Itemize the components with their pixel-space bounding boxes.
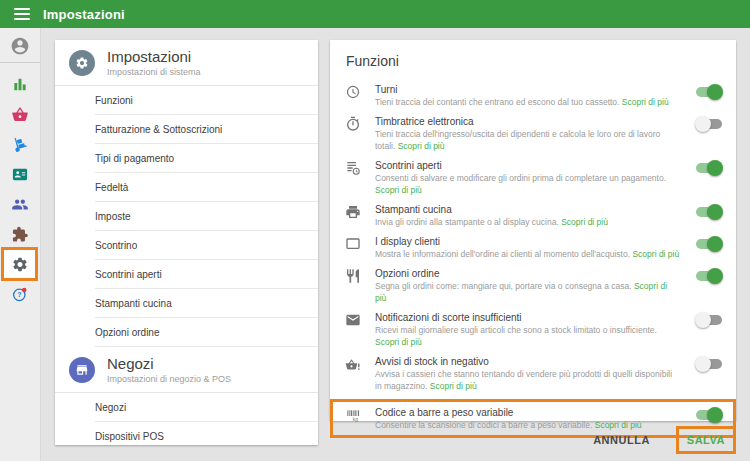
menu-item-opzioni-ordine[interactable]: Opzioni ordine <box>55 318 318 347</box>
toggle-off[interactable] <box>696 315 722 325</box>
cancel-button[interactable]: ANNULLA <box>587 433 656 447</box>
learn-more-link[interactable]: Scopri di più <box>622 97 669 107</box>
menu-section-subtitle: Impostazioni di sistema <box>107 67 201 77</box>
feature-title: Timbratrice elettronica <box>375 115 680 128</box>
menu-item-fatturazione-sottoscrizioni[interactable]: Fatturazione & Sottoscrizioni <box>55 115 318 144</box>
learn-more-link[interactable]: Scopri di più <box>398 141 445 151</box>
menu-section-title: Impostazioni <box>107 48 201 65</box>
feature-title: Opzioni ordine <box>375 267 680 280</box>
feature-title: Notificazioni di scorte insufficienti <box>375 311 680 324</box>
toggle-knob <box>695 312 711 328</box>
toggle-on[interactable] <box>696 271 722 281</box>
feature-description: Avvisa i cassieri che stanno tentando di… <box>375 368 680 392</box>
feature-title: Scontrini aperti <box>375 159 680 172</box>
menu-item-stampanti-cucina[interactable]: Stampanti cucina <box>55 289 318 318</box>
menu-item-dispositivi-pos[interactable]: Dispositivi POS <box>55 422 318 451</box>
sidebar-item-help-icon[interactable]: ? <box>12 286 29 303</box>
open-receipts-icon <box>345 160 362 176</box>
menu-section: NegoziImpostazioni di negozio & POSNegoz… <box>55 347 318 451</box>
feature-text: Avvisi di stock in negativoAvvisa i cass… <box>375 355 696 392</box>
hamburger-menu-icon[interactable] <box>14 8 30 20</box>
feature-row: Stampanti cucinaInvia gli ordini alla st… <box>330 203 736 228</box>
menu-item-funzioni[interactable]: Funzioni <box>55 86 318 115</box>
learn-more-link[interactable]: Scopri di più <box>375 185 422 195</box>
menu-section-header: NegoziImpostazioni di negozio & POS <box>55 347 318 393</box>
toggle-on[interactable] <box>696 207 722 217</box>
feature-row: I display clientiMostra le informazioni … <box>330 235 736 260</box>
feature-description-text: Consenti di salvare e modificare gli ord… <box>375 173 666 183</box>
customer-display-icon <box>345 236 362 252</box>
sidebar-item-account-icon[interactable] <box>10 36 30 56</box>
feature-description: Ricevi mail giornaliere sugli articoli c… <box>375 324 680 348</box>
menu-item-imposte[interactable]: Imposte <box>55 202 318 231</box>
feature-text: Scontrini apertiConsenti di salvare e mo… <box>375 159 696 196</box>
printer-icon <box>345 204 362 220</box>
sidebar-item-apps-icon[interactable] <box>12 226 29 243</box>
learn-more-link[interactable]: Scopri di più <box>430 381 477 391</box>
sidebar-item-settings-icon[interactable] <box>12 256 29 273</box>
menu-item-tipi-di-pagamento[interactable]: Tipi di pagamento <box>55 144 318 173</box>
functions-panel: Funzioni TurniTieni traccia dei contanti… <box>330 40 736 421</box>
action-bar: ANNULLA SALVA <box>330 423 736 457</box>
menu-item-fedelt-[interactable]: Fedeltà <box>55 173 318 202</box>
feature-row: Timbratrice elettronicaTieni traccia del… <box>330 115 736 152</box>
feature-title: I display clienti <box>375 235 680 248</box>
settings-circle-icon <box>69 50 95 76</box>
feature-description: Consenti di salvare e modificare gli ord… <box>375 172 680 196</box>
learn-more-link[interactable]: Scopri di più <box>632 249 679 259</box>
store-icon <box>75 363 89 377</box>
feature-text: Notificazioni di scorte insufficientiRic… <box>375 311 696 348</box>
toggle-knob <box>707 160 723 176</box>
save-button[interactable]: SALVA <box>676 426 736 454</box>
app-header: Impostazioni <box>0 0 750 28</box>
toggle-knob <box>707 236 723 252</box>
toggle-knob <box>707 407 723 423</box>
menu-item-scontrini-aperti[interactable]: Scontrini aperti <box>55 260 318 289</box>
learn-more-link[interactable]: Scopri di più <box>561 217 608 227</box>
feature-text: TurniTieni traccia dei contanti che entr… <box>375 83 696 108</box>
email-icon <box>345 312 362 328</box>
sidebar-item-employees-icon[interactable] <box>12 166 29 183</box>
sidebar-item-reports-icon[interactable] <box>12 76 29 93</box>
page-title: Impostazioni <box>43 7 125 22</box>
clock-icon <box>345 84 362 100</box>
feature-row: TurniTieni traccia dei contanti che entr… <box>330 83 736 108</box>
feature-title: Turni <box>375 83 680 96</box>
icon-sidebar: ? <box>0 28 41 461</box>
feature-text: Opzioni ordineSegna gli ordini come: man… <box>375 267 696 304</box>
settings-icon <box>75 56 89 70</box>
svg-text:?: ? <box>17 291 21 299</box>
sidebar-item-items-icon[interactable] <box>12 106 29 123</box>
feature-text: Timbratrice elettronicaTieni traccia del… <box>375 115 696 152</box>
feature-title: Avvisi di stock in negativo <box>375 355 680 368</box>
sidebar-item-customers-icon[interactable] <box>12 196 29 213</box>
toggle-on[interactable] <box>696 239 722 249</box>
svg-text:kg: kg <box>353 417 358 422</box>
toggle-off[interactable] <box>696 359 722 369</box>
toggle-knob <box>707 268 723 284</box>
feature-description: Tieni traccia dei contanti che entrano e… <box>375 96 680 108</box>
feature-row: Opzioni ordineSegna gli ordini come: man… <box>330 267 736 304</box>
feature-description-text: Avvisa i cassieri che stanno tentando di… <box>375 369 672 391</box>
feature-description: Tieni traccia dell'ingresso/uscita dei d… <box>375 128 680 152</box>
toggle-knob <box>695 116 711 132</box>
feature-description: Invia gli ordini alla stampante o al dis… <box>375 216 680 228</box>
toggle-knob <box>707 204 723 220</box>
feature-description-text: Tieni traccia dei contanti che entrano e… <box>375 97 619 107</box>
feature-text: Stampanti cucinaInvia gli ordini alla st… <box>375 203 696 228</box>
feature-description: Mostra le informazioni dell'ordine ai cl… <box>375 248 680 260</box>
toggle-on[interactable] <box>696 87 722 97</box>
sidebar-item-inventory-icon[interactable] <box>12 136 29 153</box>
toggle-off[interactable] <box>696 119 722 129</box>
feature-row: Avvisi di stock in negativoAvvisa i cass… <box>330 355 736 392</box>
learn-more-link[interactable]: Scopri di più <box>375 337 422 347</box>
feature-description-text: Invia gli ordini alla stampante o al dis… <box>375 217 559 227</box>
menu-item-scontrino[interactable]: Scontrino <box>55 231 318 260</box>
sidebar-divider <box>0 62 40 63</box>
menu-section: ImpostazioniImpostazioni di sistemaFunzi… <box>55 40 318 347</box>
toggle-knob <box>707 84 723 100</box>
toggle-on[interactable] <box>696 163 722 173</box>
feature-text: I display clientiMostra le informazioni … <box>375 235 696 260</box>
menu-item-negozi[interactable]: Negozi <box>55 393 318 422</box>
toggle-on[interactable] <box>696 410 722 420</box>
